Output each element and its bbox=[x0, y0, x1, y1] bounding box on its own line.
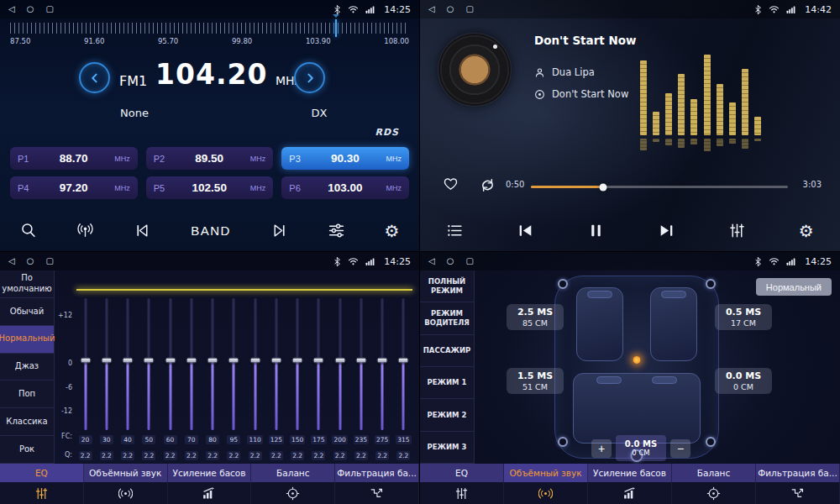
eq-sliders-icon[interactable] bbox=[420, 482, 504, 504]
bass-boost-icon[interactable] bbox=[168, 482, 252, 504]
listening-mode-item[interactable]: ПАССАЖИР bbox=[420, 335, 474, 367]
delay-decrease-button[interactable]: − bbox=[670, 439, 690, 458]
home-icon[interactable]: ○ bbox=[27, 5, 34, 13]
eq-band-slider[interactable] bbox=[202, 298, 223, 430]
slider-thumb[interactable] bbox=[207, 357, 218, 363]
slider-thumb[interactable] bbox=[144, 357, 155, 363]
tab-bass-boost[interactable]: Усиление басов bbox=[168, 464, 252, 482]
tab-bass-boost[interactable]: Усиление басов bbox=[588, 464, 672, 482]
tune-down-button[interactable] bbox=[79, 62, 110, 93]
slider-thumb[interactable] bbox=[228, 357, 239, 363]
equalizer-icon[interactable] bbox=[725, 218, 749, 243]
balance-icon[interactable] bbox=[251, 482, 335, 504]
next-track-icon[interactable] bbox=[654, 218, 679, 243]
progress-bar[interactable] bbox=[531, 186, 788, 188]
previous-track-icon[interactable] bbox=[513, 218, 538, 243]
listening-position-dot[interactable] bbox=[633, 356, 641, 364]
next-station-icon[interactable] bbox=[267, 218, 291, 243]
settings-gear-icon[interactable]: ⚙ bbox=[381, 219, 403, 243]
favorite-button[interactable] bbox=[442, 175, 459, 195]
eq-band-slider[interactable] bbox=[244, 298, 265, 430]
eq-band-slider[interactable] bbox=[287, 298, 308, 430]
slider-thumb[interactable] bbox=[270, 357, 281, 363]
tab-surround-sound[interactable]: Объёмный звук bbox=[84, 464, 168, 482]
eq-band-slider[interactable] bbox=[118, 298, 139, 430]
home-icon[interactable]: ○ bbox=[27, 257, 34, 265]
listening-mode-item[interactable]: ПОЛНЫЙ РЕЖИМ bbox=[420, 270, 474, 302]
back-icon[interactable]: ◁ bbox=[8, 5, 15, 13]
home-icon[interactable]: ○ bbox=[447, 257, 454, 265]
audio-adjust-icon[interactable] bbox=[324, 218, 349, 243]
eq-preset-item[interactable]: Рок bbox=[0, 436, 54, 464]
tab-eq[interactable]: EQ bbox=[420, 464, 504, 482]
eq-preset-item[interactable]: Джаз bbox=[0, 354, 54, 381]
eq-band-slider[interactable] bbox=[308, 298, 329, 430]
slider-thumb[interactable] bbox=[80, 357, 91, 363]
tab-filter[interactable]: Фильтрация ба... bbox=[756, 464, 840, 482]
surround-sound-icon[interactable] bbox=[84, 482, 168, 504]
tab-balance[interactable]: Баланс bbox=[672, 464, 756, 482]
eq-band-slider[interactable] bbox=[139, 298, 160, 430]
slider-thumb[interactable] bbox=[334, 357, 345, 363]
eq-band-slider[interactable] bbox=[160, 298, 181, 430]
eq-preset-item[interactable]: Обычай bbox=[0, 298, 54, 326]
listening-mode-item[interactable]: РЕЖИМ 1 bbox=[420, 367, 474, 399]
tab-surround-sound[interactable]: Объёмный звук bbox=[504, 464, 588, 482]
sound-preset-button[interactable]: Нормальный bbox=[756, 278, 832, 296]
back-icon[interactable]: ◁ bbox=[428, 257, 435, 265]
back-icon[interactable]: ◁ bbox=[428, 5, 435, 13]
eq-band-slider[interactable] bbox=[393, 298, 414, 430]
listening-mode-item[interactable]: РЕЖИМ ВОДИТЕЛЯ bbox=[420, 302, 474, 334]
eq-preset-item[interactable]: Нормальный bbox=[0, 326, 54, 354]
back-icon[interactable]: ◁ bbox=[8, 257, 15, 265]
slider-thumb[interactable] bbox=[101, 357, 112, 363]
slider-thumb[interactable] bbox=[377, 357, 388, 363]
preset-button[interactable]: P390.30MHz bbox=[281, 147, 409, 170]
listening-mode-item[interactable]: РЕЖИМ 2 bbox=[420, 399, 474, 431]
listening-mode-item[interactable]: РЕЖИМ 3 bbox=[420, 432, 474, 464]
home-icon[interactable]: ○ bbox=[447, 5, 454, 13]
eq-band-slider[interactable] bbox=[223, 298, 244, 430]
tab-balance[interactable]: Баланс bbox=[251, 464, 335, 482]
scan-search-icon[interactable] bbox=[16, 218, 40, 243]
settings-gear-icon[interactable]: ⚙ bbox=[795, 219, 817, 243]
eq-band-slider[interactable] bbox=[96, 298, 117, 430]
tab-eq[interactable]: EQ bbox=[0, 464, 84, 482]
slider-thumb[interactable] bbox=[186, 357, 197, 363]
preset-button[interactable]: P6103.00MHz bbox=[281, 176, 409, 199]
filter-icon[interactable] bbox=[756, 482, 840, 504]
eq-band-slider[interactable] bbox=[75, 298, 96, 430]
eq-band-slider[interactable] bbox=[329, 298, 350, 430]
eq-band-slider[interactable] bbox=[372, 298, 393, 430]
slider-thumb[interactable] bbox=[398, 357, 409, 363]
recents-icon[interactable]: ▢ bbox=[45, 5, 53, 13]
preset-button[interactable]: P289.50MHz bbox=[146, 147, 274, 170]
progress-thumb[interactable] bbox=[599, 183, 606, 191]
repeat-button[interactable] bbox=[479, 176, 496, 197]
surround-sound-icon[interactable] bbox=[504, 482, 588, 504]
preset-button[interactable]: P497.20MHz bbox=[10, 176, 138, 199]
preset-button[interactable]: P188.70MHz bbox=[10, 147, 138, 170]
tuner-broadcast-icon[interactable] bbox=[73, 218, 97, 243]
slider-thumb[interactable] bbox=[249, 357, 260, 363]
recents-icon[interactable]: ▢ bbox=[45, 257, 53, 265]
eq-band-slider[interactable] bbox=[181, 298, 202, 430]
band-button[interactable]: BAND bbox=[187, 220, 234, 241]
playlist-icon[interactable] bbox=[443, 218, 467, 243]
eq-preset-item[interactable]: Классика bbox=[0, 408, 54, 436]
slider-thumb[interactable] bbox=[123, 357, 134, 363]
delay-increase-button[interactable]: + bbox=[591, 439, 612, 458]
slider-thumb[interactable] bbox=[313, 357, 324, 363]
filter-icon[interactable] bbox=[335, 482, 419, 504]
preset-button[interactable]: P5102.50MHz bbox=[146, 176, 274, 199]
tune-up-button[interactable] bbox=[294, 62, 325, 93]
slider-thumb[interactable] bbox=[292, 357, 303, 363]
recents-icon[interactable]: ▢ bbox=[465, 5, 473, 13]
slider-thumb[interactable] bbox=[355, 357, 366, 363]
balance-icon[interactable] bbox=[672, 482, 756, 504]
slider-thumb[interactable] bbox=[165, 357, 176, 363]
pause-button-icon[interactable] bbox=[584, 218, 608, 243]
eq-sliders-icon[interactable] bbox=[0, 482, 84, 504]
bass-boost-icon[interactable] bbox=[588, 482, 672, 504]
eq-preset-item[interactable]: Поп bbox=[0, 381, 54, 408]
